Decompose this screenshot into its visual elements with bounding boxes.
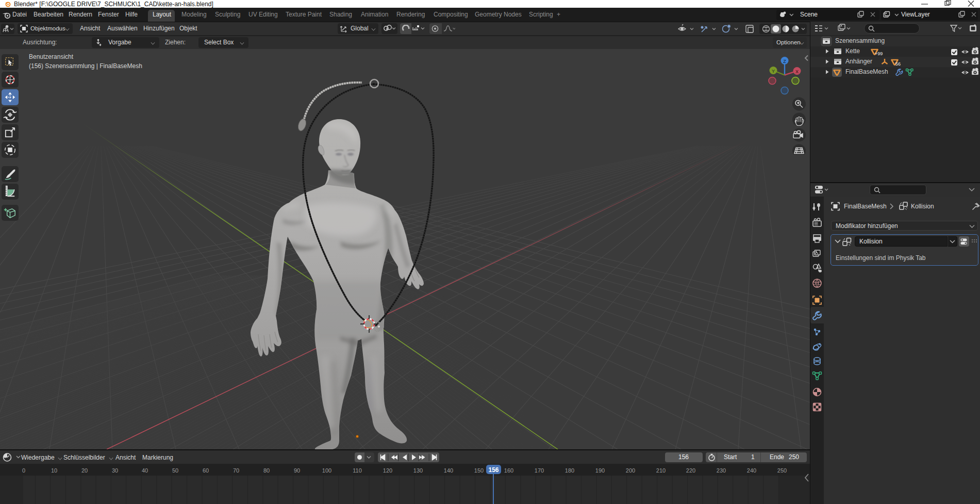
- svg-text:110: 110: [353, 467, 362, 474]
- svg-text:0: 0: [22, 467, 25, 474]
- svg-text:170: 170: [535, 467, 544, 474]
- svg-text:20: 20: [81, 467, 88, 474]
- svg-text:160: 160: [504, 467, 513, 474]
- svg-text:130: 130: [413, 467, 423, 474]
- svg-text:30: 30: [112, 467, 118, 474]
- svg-text:220: 220: [686, 467, 695, 474]
- svg-text:120: 120: [383, 467, 392, 474]
- svg-text:100: 100: [322, 467, 331, 474]
- svg-text:250: 250: [777, 467, 787, 474]
- svg-text:60: 60: [203, 467, 209, 474]
- svg-text:190: 190: [595, 467, 605, 474]
- svg-text:50: 50: [172, 467, 178, 474]
- svg-text:Z: Z: [783, 59, 786, 64]
- svg-text:200: 200: [626, 467, 635, 474]
- svg-text:140: 140: [444, 467, 453, 474]
- svg-text:230: 230: [717, 467, 726, 474]
- svg-text:150: 150: [474, 467, 484, 474]
- svg-text:Y: Y: [772, 69, 775, 74]
- svg-text:70: 70: [233, 467, 239, 474]
- svg-text:156: 156: [488, 466, 499, 474]
- svg-text:56: 56: [895, 61, 901, 67]
- svg-text:X: X: [795, 69, 799, 74]
- svg-text:90: 90: [294, 467, 300, 474]
- svg-text:210: 210: [656, 467, 666, 474]
- svg-text:240: 240: [747, 467, 756, 474]
- svg-text:10: 10: [51, 467, 57, 474]
- svg-text:180: 180: [565, 467, 574, 474]
- svg-text:80: 80: [263, 467, 270, 474]
- svg-text:+99: +99: [875, 51, 883, 56]
- svg-text:40: 40: [142, 467, 148, 474]
